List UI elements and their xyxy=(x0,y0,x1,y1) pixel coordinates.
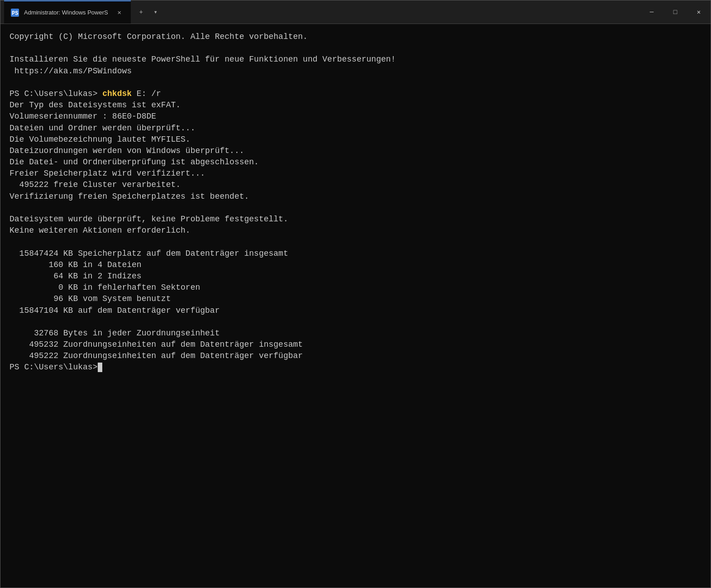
svg-text:PS: PS xyxy=(12,10,18,17)
empty-line-2 xyxy=(10,77,701,88)
output-line-11: Keine weiteren Aktionen erforderlich. xyxy=(10,225,701,236)
empty-line-1 xyxy=(10,43,701,54)
output-line-7: Freier Speicherplatz wird verifiziert... xyxy=(10,168,701,179)
output-line-17: 15847104 KB auf dem Datenträger verfügba… xyxy=(10,305,701,316)
output-line-14: 64 KB in 2 Indizes xyxy=(10,271,701,282)
output-line-3: Dateien und Ordner werden überprüft... xyxy=(10,123,701,134)
minimize-button[interactable]: ─ xyxy=(640,0,663,24)
tab-title: Administrator: Windows PowerS xyxy=(24,9,108,16)
window-controls: ─ □ ✕ xyxy=(640,0,711,24)
powershell-tab-icon: PS xyxy=(10,8,19,17)
final-prompt-line: PS C:\Users\lukas> xyxy=(10,362,701,373)
terminal-body[interactable]: Copyright (C) Microsoft Corporation. All… xyxy=(0,24,711,588)
close-button[interactable]: ✕ xyxy=(687,0,711,24)
output-line-4: Die Volumebezeichnung lautet MYFILES. xyxy=(10,134,701,145)
command-line: PS C:\Users\lukas> chkdsk E: /r xyxy=(10,88,701,100)
copyright-line: Copyright (C) Microsoft Corporation. All… xyxy=(10,31,701,43)
output-line-20: 495222 Zuordnungseinheiten auf dem Daten… xyxy=(10,350,701,362)
empty-line-4 xyxy=(10,236,701,248)
titlebar: PS Administrator: Windows PowerS ✕ + ▾ ─… xyxy=(0,0,711,24)
install-line-2: https://aka.ms/PSWindows xyxy=(10,66,701,77)
final-prompt-text: PS C:\Users\lukas> xyxy=(10,363,97,372)
output-line-8: 495222 freie Cluster verarbeitet. xyxy=(10,179,701,191)
command-highlight: chkdsk xyxy=(102,89,132,98)
titlebar-actions: + ▾ xyxy=(134,5,162,19)
install-line-1: Installieren Sie die neueste PowerShell … xyxy=(10,54,701,65)
output-line-13: 160 KB in 4 Dateien xyxy=(10,259,701,271)
tab-dropdown-button[interactable]: ▾ xyxy=(149,5,162,19)
output-line-1: Der Typ des Dateisystems ist exFAT. xyxy=(10,100,701,111)
prompt-text: PS C:\Users\lukas> xyxy=(10,89,102,98)
output-line-9: Verifizierung freien Speicherplatzes ist… xyxy=(10,191,701,202)
maximize-button[interactable]: □ xyxy=(663,0,687,24)
new-tab-button[interactable]: + xyxy=(134,5,148,19)
output-line-15: 0 KB in fehlerhaften Sektoren xyxy=(10,282,701,293)
output-line-5: Dateizuordnungen werden von Windows über… xyxy=(10,145,701,157)
output-line-18: 32768 Bytes in jeder Zuordnungseinheit xyxy=(10,328,701,339)
active-tab[interactable]: PS Administrator: Windows PowerS ✕ xyxy=(4,0,131,24)
empty-line-5 xyxy=(10,316,701,328)
output-line-6: Die Datei- und Ordnerüberprüfung ist abg… xyxy=(10,157,701,168)
output-line-10: Dateisystem wurde überprüft, keine Probl… xyxy=(10,214,701,225)
cursor xyxy=(98,363,102,373)
output-line-19: 495232 Zuordnungseinheiten auf dem Daten… xyxy=(10,339,701,350)
powershell-window: PS Administrator: Windows PowerS ✕ + ▾ ─… xyxy=(0,0,711,588)
tab-close-button[interactable]: ✕ xyxy=(115,8,124,18)
output-line-12: 15847424 KB Speicherplatz auf dem Datent… xyxy=(10,248,701,259)
output-line-2: Volumeseriennummer : 86E0-D8DE xyxy=(10,111,701,122)
command-args: E: /r xyxy=(132,89,161,98)
output-line-16: 96 KB vom System benutzt xyxy=(10,293,701,305)
empty-line-3 xyxy=(10,202,701,214)
